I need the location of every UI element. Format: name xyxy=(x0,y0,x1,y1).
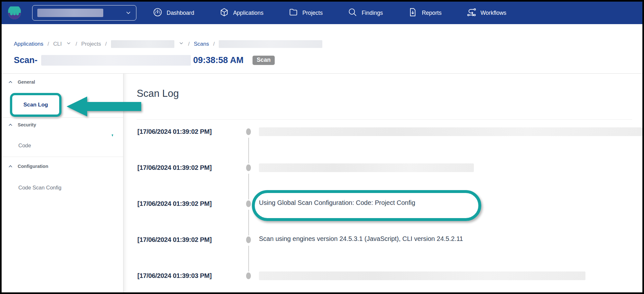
folder-icon xyxy=(289,7,298,19)
timeline-connector xyxy=(248,174,249,199)
log-timestamp: [17/06/2024 01:39:02 PM] xyxy=(137,236,244,243)
chevron-down-icon[interactable] xyxy=(66,41,71,48)
chevron-up-icon xyxy=(8,164,13,169)
status-badge: Scan xyxy=(253,56,275,65)
nav-item-label: Applications xyxy=(233,10,263,16)
mend-logo-icon[interactable] xyxy=(8,6,21,19)
breadcrumb: Applications / CLI / Projects / / Scans … xyxy=(14,40,322,49)
sidebar-section-security[interactable]: Security xyxy=(8,122,36,127)
nav-item-dashboard[interactable]: Dashboard xyxy=(153,7,194,19)
nav-item-reports[interactable]: Reports xyxy=(408,7,441,19)
log-timestamp: [17/06/2024 01:39:03 PM] xyxy=(137,272,244,280)
log-message-redacted xyxy=(259,127,642,136)
sidebar-item-scan-log[interactable]: Scan Log xyxy=(23,102,48,108)
log-timestamp: [17/06/2024 01:39:02 PM] xyxy=(137,128,244,135)
timeline-dot xyxy=(246,128,251,135)
timeline-dot xyxy=(246,272,251,279)
nav-item-label: Reports xyxy=(422,10,441,16)
page-header: Scan- 09:38:58 AM Scan xyxy=(14,53,275,67)
timeline-connector xyxy=(248,138,249,163)
breadcrumb-cli-dropdown[interactable]: CLI xyxy=(53,41,61,47)
app-content: Dashboard Applications Projects xyxy=(2,2,642,292)
log-message-redacted xyxy=(259,163,474,172)
nav-item-applications[interactable]: Applications xyxy=(219,7,263,19)
chevron-down-icon xyxy=(125,10,132,16)
sidebar-section-label: Security xyxy=(18,122,36,127)
breadcrumb-separator: / xyxy=(76,41,77,47)
breadcrumb-project-name-redacted[interactable] xyxy=(111,40,174,48)
timeline-connector xyxy=(248,210,249,235)
chevron-up-icon xyxy=(8,80,13,85)
main-content: Scan Log [17/06/2024 01:39:02 PM] [17/06… xyxy=(124,74,642,292)
nav-item-findings[interactable]: Findings xyxy=(348,7,383,19)
gauge-icon xyxy=(153,7,162,19)
workflow-icon xyxy=(467,7,476,19)
cube-icon xyxy=(219,7,229,19)
sidebar-divider xyxy=(2,117,123,118)
organization-selector[interactable] xyxy=(32,5,136,21)
page-section-heading: Scan Log xyxy=(137,88,179,99)
report-download-icon xyxy=(408,7,418,19)
log-message: Using Global Scan Configuration: Code: P… xyxy=(259,199,415,207)
sidebar-section-label: General xyxy=(18,79,35,85)
nav-items: Dashboard Applications Projects xyxy=(153,2,506,24)
nav-item-label: Dashboard xyxy=(167,10,194,16)
timeline-dot xyxy=(246,236,251,243)
breadcrumb-scan-name-redacted xyxy=(219,40,322,48)
search-icon xyxy=(348,7,357,19)
content-divider xyxy=(137,119,632,120)
chevron-up-icon xyxy=(8,123,13,127)
nav-item-label: Workflows xyxy=(481,10,506,16)
breadcrumb-scans-link[interactable]: Scans xyxy=(194,41,209,47)
top-navigation-bar: Dashboard Applications Projects xyxy=(2,2,642,24)
nav-item-label: Projects xyxy=(302,10,323,16)
chevron-down-icon[interactable] xyxy=(179,41,184,48)
sidebar-item-code[interactable]: Code xyxy=(18,142,31,149)
breadcrumb-applications-link[interactable]: Applications xyxy=(14,41,43,47)
sidebar-divider xyxy=(2,157,123,157)
nav-item-projects[interactable]: Projects xyxy=(289,7,323,19)
stray-teal-mark xyxy=(112,134,113,137)
page-title-prefix: Scan- xyxy=(14,55,38,65)
log-timestamp: [17/06/2024 01:39:02 PM] xyxy=(137,164,244,171)
log-message: Scan using engines version 24.5.3.1 (Jav… xyxy=(259,235,463,243)
timeline-connector xyxy=(248,246,249,271)
breadcrumb-separator: / xyxy=(213,41,215,47)
sidebar-section-label: Configuration xyxy=(18,164,48,169)
breadcrumb-projects[interactable]: Projects xyxy=(81,41,101,47)
sidebar: General Scan Log Security Code Configura… xyxy=(2,74,124,292)
nav-item-workflows[interactable]: Workflows xyxy=(467,7,506,19)
sidebar-section-general[interactable]: General xyxy=(8,79,35,85)
page-title-time: 09:38:58 AM xyxy=(193,55,244,65)
sidebar-section-configuration[interactable]: Configuration xyxy=(8,164,48,169)
timeline-dot xyxy=(246,200,251,207)
nav-item-label: Findings xyxy=(362,10,383,16)
timeline-dot xyxy=(246,164,251,171)
organization-name-redacted xyxy=(37,9,103,17)
app-window: Dashboard Applications Projects xyxy=(0,0,644,294)
breadcrumb-separator: / xyxy=(188,41,190,47)
sidebar-item-code-scan-config[interactable]: Code Scan Config xyxy=(18,185,61,191)
breadcrumb-separator: / xyxy=(105,41,107,47)
scan-log-annotation-box: Scan Log xyxy=(10,93,61,117)
page-title-redacted xyxy=(41,55,191,66)
log-timestamp: [17/06/2024 01:39:02 PM] xyxy=(137,200,244,207)
log-message-redacted xyxy=(259,271,585,280)
breadcrumb-separator: / xyxy=(48,41,49,47)
